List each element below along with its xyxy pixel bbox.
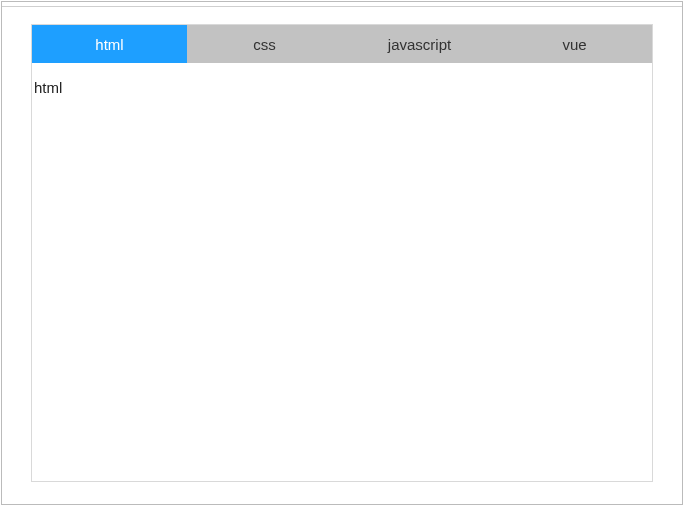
tab-css[interactable]: css <box>187 25 342 63</box>
tab-html[interactable]: html <box>32 25 187 63</box>
outer-frame: html css javascript vue html <box>1 1 683 505</box>
tabs-panel: html css javascript vue html <box>31 24 653 482</box>
tab-vue[interactable]: vue <box>497 25 652 63</box>
tab-label: vue <box>562 36 586 53</box>
tab-label: javascript <box>388 36 451 53</box>
content-text: html <box>34 79 62 96</box>
tab-label: css <box>253 36 276 53</box>
tab-javascript[interactable]: javascript <box>342 25 497 63</box>
top-rule <box>2 6 682 7</box>
tab-label: html <box>95 36 123 53</box>
tab-bar: html css javascript vue <box>32 25 652 63</box>
tab-content: html <box>32 63 652 481</box>
